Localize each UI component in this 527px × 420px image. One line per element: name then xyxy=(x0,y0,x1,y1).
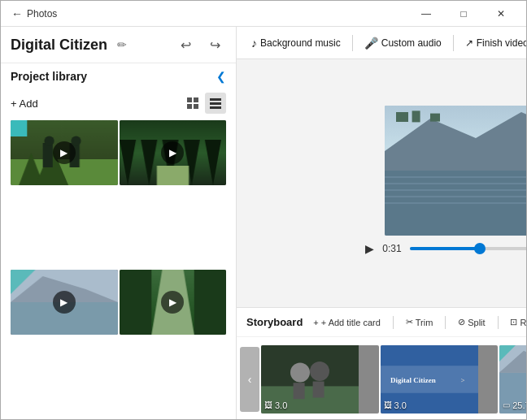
right-panel: ♪ Background music 🎤 Custom audio ↗ Fini… xyxy=(237,27,527,420)
titlebar: ← Photos — □ ✕ xyxy=(1,1,526,27)
video-container xyxy=(385,106,527,236)
svg-rect-3 xyxy=(194,104,198,109)
svg-rect-1 xyxy=(194,97,198,102)
resize-button[interactable]: ⊡ Resize xyxy=(506,314,527,330)
current-time: 0:31 xyxy=(382,243,401,254)
svg-rect-5 xyxy=(210,102,221,105)
play-overlay: ▶ xyxy=(53,141,76,164)
clip-duration: 25.77 xyxy=(512,401,527,410)
toolbar-divider xyxy=(453,35,454,51)
finish-video-button[interactable]: ↗ Finish video xyxy=(460,34,527,52)
edit-icon[interactable]: ✏ xyxy=(117,38,127,51)
close-button[interactable]: ✕ xyxy=(482,1,520,27)
thumbnail-grid: ▶ ▶ ▶ ▶ xyxy=(1,117,236,420)
clip-item[interactable]: ▭ 25.77 🔇 xyxy=(499,345,527,414)
thumbnail-item[interactable]: ▶ xyxy=(120,270,227,335)
clip-item[interactable]: 🖼 3.0 xyxy=(261,345,379,414)
image-icon: 🖼 xyxy=(384,401,392,409)
background-music-button[interactable]: ♪ Background music xyxy=(246,33,346,53)
collapse-button[interactable]: ❮ xyxy=(216,70,226,83)
thumbnail-item[interactable]: ▶ xyxy=(11,270,118,335)
clip-badge: 🖼 3.0 xyxy=(384,401,407,410)
seek-fill xyxy=(410,247,481,250)
storyboard-header: Storyboard + + Add title card ✂ Trim ⊘ S… xyxy=(237,308,527,337)
clip-badge: 🖼 3.0 xyxy=(264,401,287,410)
toolbar-divider xyxy=(352,35,353,51)
project-library-header: Project library ❮ xyxy=(1,63,236,89)
svg-rect-6 xyxy=(210,106,221,109)
plus-icon: + xyxy=(313,318,318,327)
window-controls: — □ ✕ xyxy=(407,1,520,27)
add-media-button[interactable]: + Add xyxy=(11,97,38,110)
library-toolbar: + Add xyxy=(1,89,236,117)
svg-rect-2 xyxy=(187,104,192,109)
thumbnail-item[interactable]: ▶ xyxy=(11,120,118,185)
svg-rect-4 xyxy=(210,98,221,101)
storyboard-clips: ‹ 🖼 3.0 🖼 3.0 xyxy=(237,337,527,420)
add-title-card-button[interactable]: + + Add title card xyxy=(309,315,385,330)
grid-view-button[interactable] xyxy=(182,93,203,114)
main-layout: Digital Citizen ✏ ↩ ↪ Project library ❮ … xyxy=(1,27,526,420)
split-button[interactable]: ⊘ Split xyxy=(454,314,489,330)
custom-audio-button[interactable]: 🎤 Custom audio xyxy=(359,33,446,53)
clip-duration: 3.0 xyxy=(394,401,407,410)
music-note-icon: ♪ xyxy=(251,37,257,50)
trim-button[interactable]: ✂ Trim xyxy=(402,314,438,330)
play-overlay: ▶ xyxy=(161,141,184,164)
play-overlay: ▶ xyxy=(53,291,76,314)
video-icon: ▭ xyxy=(503,401,510,409)
seek-bar[interactable] xyxy=(410,247,527,250)
list-view-button[interactable] xyxy=(205,93,226,114)
sb-divider xyxy=(445,316,446,329)
storyboard-panel: Storyboard + + Add title card ✂ Trim ⊘ S… xyxy=(237,307,527,420)
playback-controls: ▶ 0:31 1:18 ⛶ xyxy=(352,236,527,262)
minimize-button[interactable]: — xyxy=(407,1,445,27)
clip-item[interactable]: 🖼 3.0 xyxy=(381,345,499,414)
play-overlay: ▶ xyxy=(161,291,184,314)
trim-icon: ✂ xyxy=(406,317,413,327)
app-title: Digital Citizen xyxy=(11,37,107,54)
redo-button[interactable]: ↪ xyxy=(203,33,226,56)
clip-badge: ▭ 25.77 xyxy=(503,401,527,410)
back-button[interactable]: ← xyxy=(7,4,27,24)
sb-divider xyxy=(393,316,394,329)
top-toolbar: ♪ Background music 🎤 Custom audio ↗ Fini… xyxy=(237,27,527,59)
storyboard-title: Storyboard xyxy=(246,316,303,328)
sb-divider xyxy=(498,316,499,329)
left-panel: Digital Citizen ✏ ↩ ↪ Project library ❮ … xyxy=(1,27,237,420)
window-title: Photos xyxy=(27,8,407,19)
clip-duration: 3.0 xyxy=(275,401,287,410)
clips-prev-button[interactable]: ‹ xyxy=(240,347,259,412)
image-icon: 🖼 xyxy=(264,401,272,409)
app-header: Digital Citizen ✏ ↩ ↪ xyxy=(1,27,236,63)
audio-icon: 🎤 xyxy=(364,37,378,50)
resize-icon: ⊡ xyxy=(510,317,517,327)
seek-thumb xyxy=(474,243,486,254)
undo-button[interactable]: ↩ xyxy=(174,33,197,56)
split-icon: ⊘ xyxy=(458,317,465,327)
play-button[interactable]: ▶ xyxy=(365,242,374,255)
export-icon: ↗ xyxy=(465,37,473,49)
maximize-button[interactable]: □ xyxy=(445,1,482,27)
thumbnail-item[interactable]: ▶ xyxy=(120,120,227,185)
view-toggle xyxy=(182,93,226,114)
video-preview: ▶ 0:31 1:18 ⛶ xyxy=(237,59,527,307)
project-library-title: Project library xyxy=(11,70,216,83)
svg-rect-0 xyxy=(187,97,192,102)
